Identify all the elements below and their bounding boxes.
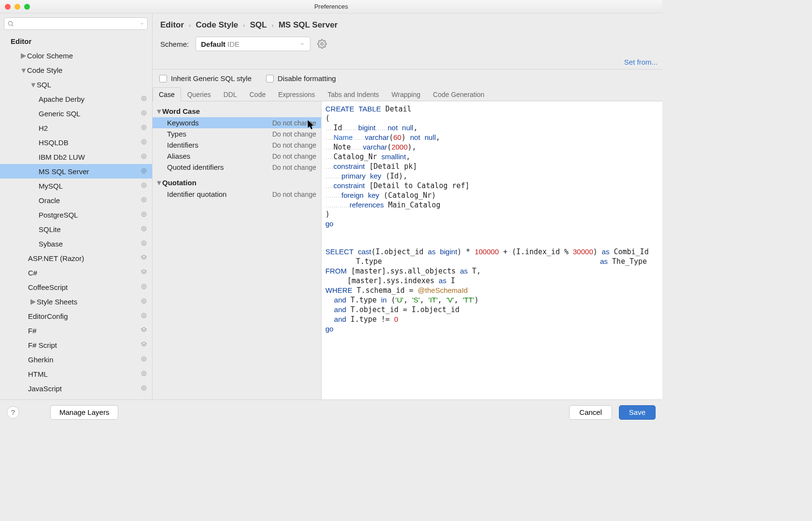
svg-point-13 [143, 170, 145, 172]
tree-item[interactable]: HSQLDB [0, 135, 152, 150]
tree-item[interactable]: F# Script [0, 338, 152, 352]
option-group-header[interactable]: ▼Quotation [153, 177, 321, 189]
set-from-link[interactable]: Set from... [624, 58, 658, 66]
tree-item-label: Oracle [39, 196, 140, 205]
svg-point-2 [141, 96, 146, 100]
svg-point-31 [143, 315, 145, 316]
chevron-right-icon: › [243, 22, 245, 29]
cancel-button[interactable]: Cancel [569, 405, 612, 420]
option-name: Aliases [167, 152, 272, 160]
tree-item[interactable]: Apache Derby [0, 92, 152, 106]
tree-item[interactable]: ▶Style Sheets [0, 294, 152, 309]
scheme-ring-icon [140, 153, 147, 161]
svg-point-7 [143, 126, 145, 128]
help-button[interactable]: ? [7, 406, 19, 419]
tree-item[interactable]: MySQL [0, 178, 152, 193]
search-field-wrap[interactable] [4, 17, 148, 30]
tree-item-label: F# [28, 327, 140, 335]
svg-point-30 [141, 313, 146, 317]
breadcrumb-item[interactable]: Code Style [196, 20, 238, 30]
svg-point-22 [141, 241, 146, 245]
tree-item-label: H2 [39, 124, 140, 132]
disclosure-arrow-icon: ▶ [30, 297, 37, 306]
tree-item[interactable]: Gherkin [0, 352, 152, 367]
scheme-select[interactable]: Default IDE [196, 37, 310, 51]
tab-wrapping[interactable]: Wrapping [385, 87, 427, 101]
svg-point-9 [143, 141, 145, 143]
option-name: Types [167, 130, 272, 138]
tree-item-label: Apache Derby [39, 95, 140, 103]
tree-item-label: Color Scheme [27, 52, 147, 60]
option-row[interactable]: IdentifiersDo not change [153, 139, 321, 151]
tab-tabs-and-indents[interactable]: Tabs and Indents [321, 87, 385, 101]
tree-item[interactable]: ASP.NET (Razor) [0, 251, 152, 265]
tree-item-label: SQLite [39, 225, 140, 233]
tree-item-label: C# [28, 269, 140, 277]
manage-layers-button[interactable]: Manage Layers [50, 405, 118, 420]
search-input[interactable] [16, 20, 138, 27]
tree-item[interactable]: H2 [0, 121, 152, 135]
svg-point-19 [143, 213, 145, 215]
option-row[interactable]: Quoted identifiersDo not change [153, 162, 321, 173]
tab-expressions[interactable]: Expressions [272, 87, 321, 101]
scheme-ring-icon [140, 225, 147, 233]
tree-item[interactable]: ▶Color Scheme [0, 48, 152, 63]
tree-item[interactable]: IBM Db2 LUW [0, 150, 152, 164]
option-row[interactable]: TypesDo not change [153, 128, 321, 139]
tree-item[interactable]: Oracle [0, 193, 152, 207]
chevron-down-icon [299, 41, 305, 47]
tree-item[interactable]: Generic SQL [0, 106, 152, 121]
option-row[interactable]: AliasesDo not change [153, 151, 321, 162]
scheme-ring-icon [140, 312, 147, 320]
save-button[interactable]: Save [619, 405, 656, 420]
scheme-stack-icon [140, 341, 147, 349]
tree-item[interactable]: C# [0, 265, 152, 280]
breadcrumb-item[interactable]: SQL [250, 20, 267, 30]
gear-icon[interactable] [317, 39, 327, 49]
tree-item[interactable]: F# [0, 323, 152, 338]
tree-item-label: JavaScript [28, 384, 140, 393]
svg-point-4 [141, 110, 146, 115]
scheme-ring-icon [140, 196, 147, 205]
option-row[interactable]: KeywordsDo not change [153, 117, 321, 128]
tree-item-label: EditorConfig [28, 312, 140, 320]
scheme-scope: IDE [227, 40, 299, 48]
svg-point-23 [143, 242, 145, 244]
tree-item[interactable]: HTML [0, 367, 152, 381]
tree-item[interactable]: Sybase [0, 236, 152, 251]
tree-item[interactable]: ▼SQL [0, 77, 152, 92]
option-value: Do not change [272, 119, 316, 127]
breadcrumb-item[interactable]: Editor [160, 20, 184, 30]
tree-item[interactable]: MS SQL Server [0, 164, 152, 178]
option-row[interactable]: Identifier quotationDo not change [153, 189, 321, 200]
tree-item-label: SQL [37, 81, 147, 89]
tab-queries[interactable]: Queries [181, 87, 217, 101]
svg-point-3 [143, 97, 145, 99]
tab-case[interactable]: Case [153, 87, 181, 101]
tab-code[interactable]: Code [243, 87, 272, 101]
titlebar: Preferences [0, 0, 662, 14]
tree-item-label: MySQL [39, 182, 140, 190]
svg-line-1 [12, 25, 14, 27]
inherit-generic-checkbox[interactable]: Inherit Generic SQL style [159, 74, 252, 82]
tree-item[interactable]: ▼Code Style [0, 63, 152, 77]
tree-item[interactable]: CoffeeScript [0, 280, 152, 294]
disable-formatting-checkbox[interactable]: Disable formatting [266, 74, 336, 82]
tab-ddl[interactable]: DDL [217, 87, 243, 101]
scheme-stack-icon [140, 254, 147, 262]
tree-item-label: Generic SQL [39, 110, 140, 118]
checkbox-label: Disable formatting [278, 74, 336, 82]
svg-point-37 [143, 372, 145, 374]
tree-item[interactable]: SQLite [0, 222, 152, 236]
tab-code-generation[interactable]: Code Generation [427, 87, 491, 101]
tree-root-editor[interactable]: Editor [0, 34, 152, 48]
tree-item[interactable]: EditorConfig [0, 309, 152, 323]
scheme-ring-icon [140, 124, 147, 132]
option-value: Do not change [272, 152, 316, 160]
option-group-header[interactable]: ▼Word Case [153, 105, 321, 117]
svg-point-36 [141, 371, 146, 375]
tree-item[interactable]: JavaScript [0, 381, 152, 396]
content-area: Editor › Code Style › SQL › MS SQL Serve… [153, 14, 662, 399]
disclosure-arrow-icon: ▼ [30, 81, 37, 89]
tree-item[interactable]: PostgreSQL [0, 207, 152, 222]
